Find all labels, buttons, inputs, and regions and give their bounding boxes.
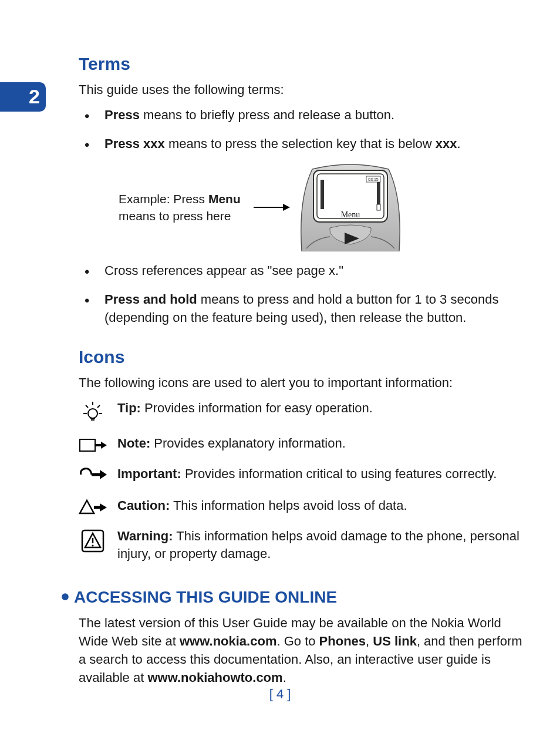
term-text: means to briefly press and release a but… [140, 107, 394, 122]
caution-icon [79, 497, 107, 516]
list-item: Press xxx means to press the selection k… [85, 135, 532, 153]
accessing-paragraph: The latest version of this User Guide ma… [79, 614, 532, 687]
warning-icon [79, 527, 107, 553]
accessing-heading-text: ACCESSING THIS GUIDE ONLINE [74, 588, 337, 606]
icon-label: Important: [117, 466, 181, 481]
para-bold: US link [373, 634, 417, 648]
example-bold: Menu [208, 192, 241, 206]
svg-rect-2 [321, 180, 324, 209]
example-text: Example: Press Menu means to press here [119, 190, 248, 225]
icon-label: Tip: [117, 401, 141, 415]
svg-point-8 [88, 409, 97, 418]
para-text: , [366, 634, 373, 648]
para-text: . [283, 670, 286, 685]
term-text: Cross references appear as "see page x." [104, 263, 343, 278]
list-item: Press and hold means to press and hold a… [85, 291, 532, 327]
svg-text:03:15: 03:15 [368, 177, 379, 181]
icon-row-important: Important: Provides information critical… [79, 465, 532, 485]
list-item: Cross references appear as "see page x." [85, 262, 532, 280]
example-suffix: means to press here [119, 209, 231, 223]
accessing-heading: •ACCESSING THIS GUIDE ONLINE [61, 586, 532, 608]
terms-list: Press means to briefly press and release… [79, 106, 532, 153]
icons-intro: The following icons are used to alert yo… [79, 374, 532, 392]
icon-row-tip: Tip: Provides information for easy opera… [79, 399, 532, 423]
page-number: [ 4 ] [0, 685, 560, 704]
note-icon [79, 435, 107, 453]
term-bold: Press xxx [104, 136, 165, 151]
terms-list-2: Cross references appear as "see page x."… [79, 262, 532, 327]
term-bold: xxx [436, 136, 457, 151]
para-bold: www.nokia.com [180, 634, 276, 648]
term-text: means to press the selection key that is… [165, 136, 436, 151]
icon-row-caution: Caution: This information helps avoid lo… [79, 497, 532, 516]
icon-label: Note: [117, 436, 150, 450]
icon-desc: Provides information for easy operation. [141, 401, 373, 415]
icon-label: Caution: [117, 498, 170, 513]
icon-desc: This information helps avoid loss of dat… [170, 498, 407, 513]
example-prefix: Example: Press [119, 192, 208, 206]
svg-point-12 [92, 544, 93, 546]
tip-icon [79, 399, 107, 423]
para-bold: www.nokiahowto.com [147, 670, 282, 685]
icon-row-note: Note: Provides explanatory information. [79, 435, 532, 453]
svg-text:Menu: Menu [341, 210, 360, 219]
icon-desc: This information helps avoid damage to t… [117, 529, 519, 561]
bullet-icon: • [61, 584, 69, 610]
page-content: Terms This guide uses the following term… [79, 52, 532, 687]
svg-rect-9 [80, 439, 95, 451]
list-item: Press means to briefly press and release… [85, 106, 532, 125]
svg-rect-4 [377, 204, 380, 210]
para-bold: Phones [319, 634, 366, 648]
icon-row-warning: Warning: This information helps avoid da… [79, 527, 532, 564]
terms-heading: Terms [79, 52, 532, 76]
arrow-icon [254, 207, 289, 208]
terms-intro: This guide uses the following terms: [79, 81, 532, 99]
term-text: . [457, 136, 461, 151]
term-bold: Press and hold [104, 292, 197, 307]
important-icon [79, 465, 107, 485]
phone-illustration: 03:15 Menu [295, 163, 406, 251]
icon-desc: Provides information critical to using f… [181, 466, 497, 481]
chapter-tab: 2 [0, 82, 46, 112]
icon-label: Warning: [117, 529, 173, 543]
term-bold: Press [104, 107, 140, 122]
icons-heading: Icons [79, 345, 532, 369]
icon-desc: Provides explanatory information. [150, 436, 346, 450]
para-text: . Go to [276, 634, 319, 648]
example-row: Example: Press Menu means to press here … [119, 163, 532, 251]
